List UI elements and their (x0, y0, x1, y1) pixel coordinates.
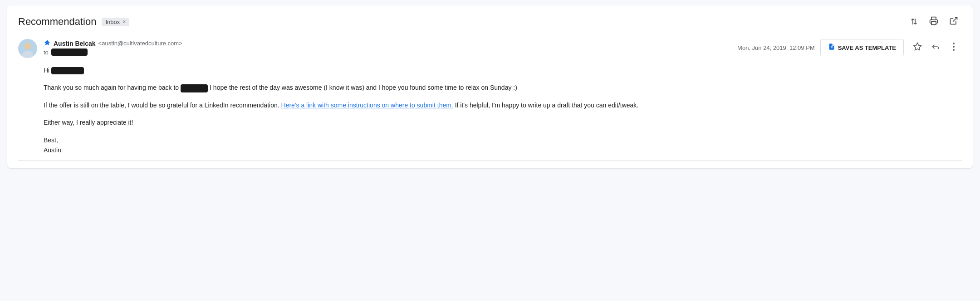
more-icon (953, 43, 955, 53)
to-label: to (44, 49, 49, 56)
save-as-template-button[interactable]: SAVE AS TEMPLATE (820, 39, 904, 56)
sender-email: <austin@cultivatedculture.com> (98, 40, 182, 47)
inbox-badge[interactable]: Inbox × (102, 18, 129, 26)
header-actions: ⇅ (906, 14, 962, 30)
to-line: to (44, 49, 731, 56)
sender-line: Austin Belcak <austin@cultivatedculture.… (44, 39, 731, 48)
body-para2-start: If the offer is still on the table, I wo… (44, 102, 279, 109)
body-para2-end: If it's helpful, I'm happy to write up a… (455, 102, 639, 109)
svg-rect-0 (931, 21, 936, 24)
body-para1-end: I hope the rest of the day was awesome (… (210, 84, 517, 91)
message-header: Austin Belcak <austin@cultivatedculture.… (18, 34, 962, 62)
signature: Best, Austin (44, 135, 962, 155)
body-paragraph-1: Thank you so much again for having me ba… (44, 83, 962, 92)
svg-point-5 (24, 43, 31, 49)
inbox-badge-label: Inbox (105, 19, 120, 25)
email-header: Recommendation Inbox × ⇅ (7, 5, 973, 34)
message-wrapper: Austin Belcak <austin@cultivatedculture.… (7, 34, 973, 168)
sender-info: Austin Belcak <austin@cultivatedculture.… (44, 39, 731, 56)
reply-icon (931, 42, 940, 53)
sender-name: Austin Belcak (54, 40, 96, 47)
hi-line: Hi (44, 65, 962, 75)
svg-line-1 (953, 17, 957, 21)
star-icon (913, 42, 922, 53)
svg-marker-8 (914, 43, 921, 50)
message-body: Hi Thank you so much again for having me… (18, 62, 962, 155)
sender-avatar (18, 39, 37, 58)
more-button[interactable] (946, 39, 962, 56)
print-icon (929, 16, 938, 28)
email-title: Recommendation (18, 16, 96, 28)
body-paragraph-3: Either way, I really appreciate it! (44, 117, 962, 127)
sort-icon: ⇅ (911, 17, 917, 27)
svg-point-11 (953, 49, 955, 51)
open-new-window-button[interactable] (946, 14, 962, 30)
body-redacted-name (181, 84, 208, 92)
signature-line1: Best, (44, 135, 962, 145)
body-para1-start: Thank you so much again for having me ba… (44, 84, 179, 91)
body-para3: Either way, I really appreciate it! (44, 119, 133, 126)
email-container: Recommendation Inbox × ⇅ (7, 5, 973, 168)
recipient-redacted (51, 49, 88, 56)
save-template-icon (828, 43, 835, 52)
print-button[interactable] (926, 14, 942, 30)
signature-line2: Austin (44, 145, 962, 155)
message-divider (18, 160, 962, 161)
meta-icons (909, 39, 962, 56)
star-button[interactable] (909, 39, 926, 56)
sort-button[interactable]: ⇅ (906, 14, 922, 30)
svg-point-9 (953, 43, 955, 44)
save-as-template-label: SAVE AS TEMPLATE (838, 44, 896, 51)
open-new-window-icon (949, 16, 958, 28)
reply-button[interactable] (927, 39, 944, 56)
body-paragraph-2: If the offer is still on the table, I wo… (44, 100, 962, 110)
inbox-badge-close[interactable]: × (122, 19, 126, 25)
verified-icon (44, 39, 51, 48)
message-meta: Mon, Jun 24, 2019, 12:09 PM SAVE AS TEMP… (737, 39, 962, 56)
hi-name-redacted (51, 67, 84, 74)
linkedin-instructions-link[interactable]: Here's a link with some instructions on … (281, 102, 453, 109)
svg-point-10 (953, 46, 955, 48)
message-date: Mon, Jun 24, 2019, 12:09 PM (737, 44, 815, 51)
